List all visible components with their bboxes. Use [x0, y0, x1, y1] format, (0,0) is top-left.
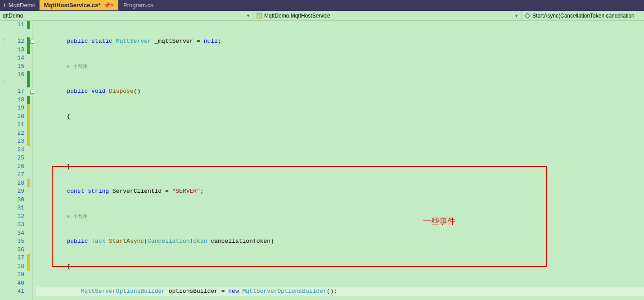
- annotation-label: 一些事件: [423, 217, 455, 226]
- line-numbers: 1112131415161718192021222324252627282930…: [8, 21, 27, 300]
- nav-bar: qttDemo ▼ MqttDemo.MqttHostService ▼ Sta…: [0, 11, 644, 21]
- tab-inactive[interactable]: Program.cs: [119, 0, 158, 10]
- tab-bar: t: MqttDemo MqttHostService.cs* 📌 × Prog…: [0, 0, 644, 11]
- close-icon[interactable]: ×: [111, 2, 114, 9]
- svg-rect-3: [525, 13, 530, 18]
- nav-method[interactable]: StartAsync(CancellationToken cancellatio…: [522, 11, 644, 20]
- code-editor[interactable]: ↑ ↑ 111213141516171819202122232425262728…: [0, 21, 644, 300]
- class-icon: [256, 13, 262, 19]
- tab-active[interactable]: MqttHostService.cs* 📌 ×: [40, 0, 119, 10]
- tab-label: MqttHostService.cs*: [44, 2, 101, 9]
- outline-margin: − −: [30, 21, 36, 300]
- fold-toggle[interactable]: −: [30, 90, 34, 94]
- nav-project[interactable]: qttDemo ▼: [0, 11, 253, 20]
- nav-class[interactable]: MqttDemo.MqttHostService ▼: [253, 11, 522, 20]
- codelens-references[interactable]: 0 个引用: [67, 214, 87, 219]
- chevron-down-icon: ▼: [514, 14, 518, 18]
- tab-label: Program.cs: [123, 2, 153, 9]
- pin-icon[interactable]: 📌: [104, 2, 108, 9]
- indicator-margin: ↑ ↑: [0, 21, 8, 300]
- method-icon: [524, 13, 531, 19]
- code-area[interactable]: public static MqttServer _mqttServer = n…: [36, 21, 644, 300]
- codelens-references[interactable]: 0 个引用: [67, 64, 87, 69]
- fold-toggle[interactable]: −: [30, 40, 34, 44]
- chevron-down-icon: ▼: [246, 14, 250, 18]
- project-context: t: MqttDemo: [0, 0, 40, 10]
